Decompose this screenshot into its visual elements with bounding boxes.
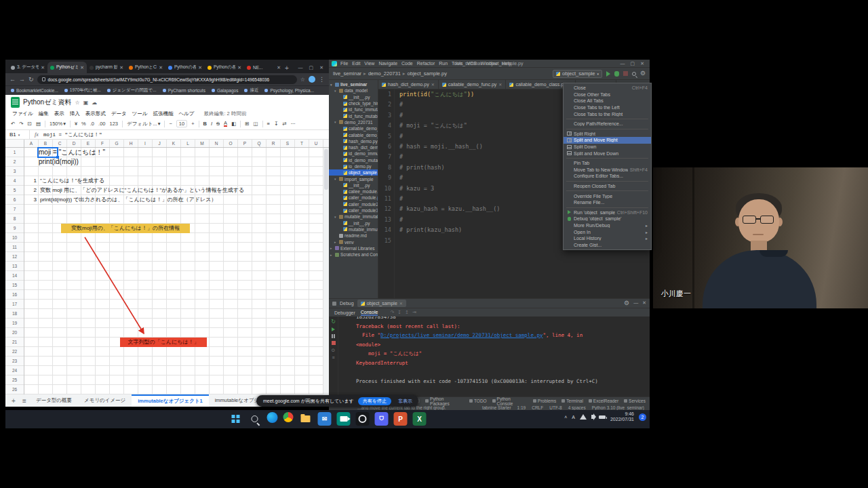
browser-tab[interactable]: 3. データモデル...✕ (8, 62, 47, 73)
ime-indicator[interactable]: A (572, 415, 575, 420)
context-menu-item[interactable]: Split Down (564, 144, 651, 150)
resume-icon[interactable] (332, 327, 335, 331)
tree-item[interactable]: ▸Scratches and Consoles (329, 251, 378, 258)
run-icon[interactable] (606, 71, 610, 77)
tree-item[interactable]: readme.md (329, 232, 378, 239)
menu-kebab-icon[interactable]: ⋮ (319, 76, 325, 83)
bold-icon[interactable]: B (203, 121, 207, 127)
run-config-select[interactable]: object_sample ▾ (553, 70, 602, 78)
increase-font-icon[interactable]: + (191, 121, 194, 127)
text-color-icon[interactable]: A (224, 121, 227, 127)
menu-view[interactable]: View (364, 61, 374, 66)
taskbar-edge-icon[interactable] (267, 412, 278, 423)
sheet-tab[interactable]: immutableなオブジェクト1 (132, 394, 208, 407)
column-header[interactable]: F (96, 140, 110, 147)
row-header[interactable]: 5 (5, 186, 24, 195)
all-sheets-icon[interactable]: ≡ (19, 397, 30, 405)
tab-close-icon[interactable]: ✕ (159, 65, 163, 70)
row-header[interactable]: 6 (5, 195, 24, 205)
clock[interactable]: 9:46 2022/07/31 (610, 411, 634, 423)
tool-button-terminal[interactable]: Terminal (561, 399, 583, 403)
percent-icon[interactable]: % (81, 121, 86, 127)
row-header[interactable]: 23 (5, 357, 24, 366)
tree-item[interactable]: ▸External Libraries (329, 245, 378, 251)
tree-item[interactable]: check_type_hint... (329, 100, 378, 106)
tree-item[interactable]: ▾import_sample (329, 176, 378, 182)
bookmark-item[interactable]: 1970年代に被... (64, 87, 101, 94)
column-header[interactable]: T (295, 140, 309, 147)
tab-close-icon[interactable]: ✕ (431, 82, 435, 87)
context-menu-item[interactable]: Configure Editor Tabs... (564, 173, 651, 180)
font-size-input[interactable]: 10 (176, 120, 187, 127)
tray-chevron-icon[interactable]: ˄ (564, 415, 567, 420)
row-header[interactable]: 4 (5, 176, 24, 186)
move-folder-icon[interactable]: ▣ (83, 100, 89, 106)
context-menu-item[interactable]: Local History▸ (564, 235, 651, 242)
tree-item[interactable]: callable_demo_c... (329, 125, 378, 131)
column-header[interactable]: S (281, 140, 295, 147)
maximize-icon[interactable]: ▢ (309, 65, 314, 70)
debugger-tab-debugger[interactable]: Debugger (334, 310, 355, 315)
taskbar-mail-icon[interactable]: ✉ (318, 412, 332, 426)
number-format-icon[interactable]: 123 (109, 121, 118, 127)
tree-item[interactable]: ▸venv (329, 239, 378, 245)
sheets-menu-拡張機能[interactable]: 拡張機能 (153, 110, 173, 117)
row-header[interactable]: 24 (5, 366, 24, 375)
tree-item[interactable]: __init__.py (329, 94, 378, 100)
close-icon[interactable]: ✕ (640, 61, 644, 66)
row-header[interactable]: 11 (5, 243, 24, 252)
tree-item[interactable]: io_demo.py (329, 163, 378, 169)
traceback-file-link[interactable]: D:/projects/live_seminar/demo_220731/obj… (380, 332, 542, 338)
row-header[interactable]: 18 (5, 309, 24, 319)
sheets-menu-ヘルプ[interactable]: ヘルプ (178, 110, 194, 117)
taskbar-search-icon[interactable] (248, 412, 262, 426)
bookmark-item[interactable]: ジェンダーの問題で... (107, 87, 157, 94)
bookmark-star-icon[interactable]: ☆ (300, 77, 305, 83)
tree-item[interactable]: caller_module.py (329, 195, 378, 201)
menu-navigate[interactable]: Navigate (378, 61, 397, 66)
row-header[interactable]: 25 (5, 375, 24, 385)
column-header[interactable]: L (181, 140, 195, 147)
bookmark-item[interactable]: BookmarkletCookie... (11, 88, 58, 93)
row-header[interactable]: 12 (5, 252, 24, 262)
row-header[interactable]: 19 (5, 319, 24, 328)
debug-session-tab[interactable]: object_sample ✕ (357, 300, 406, 307)
tree-item[interactable]: ▾data_model (329, 87, 378, 94)
breadcrumb[interactable]: live_seminar (333, 70, 361, 77)
grid-content[interactable]: 変数moji用の、「こんにちは！」の所在情報 文字列型の「こんにちは！」 moj… (24, 148, 329, 394)
column-header[interactable]: D (67, 140, 81, 147)
row-header[interactable]: 1 (5, 148, 24, 157)
reload-icon[interactable]: ↻ (28, 76, 34, 83)
row-header[interactable]: 9 (5, 224, 24, 233)
new-tab-button[interactable]: + (285, 64, 289, 72)
breadcrumb[interactable]: demo_220731 (368, 70, 401, 77)
taskbar-explorer-icon[interactable] (299, 412, 313, 426)
column-header[interactable]: R (267, 140, 281, 147)
settings-gear-icon[interactable]: ⚙ (640, 70, 646, 77)
paint-format-icon[interactable]: ▤ (36, 121, 41, 127)
tree-item[interactable]: ▾mutable_immutable (329, 214, 378, 220)
italic-icon[interactable]: I (211, 121, 212, 127)
mute-breakpoints-icon[interactable]: ≡ (332, 355, 334, 360)
sheet-tab[interactable]: データ型の概要 (30, 394, 78, 407)
view-breakpoints-icon[interactable]: ⊙ (332, 348, 336, 352)
context-menu-item[interactable]: Close Tabs to the Left (564, 104, 651, 111)
formula-value[interactable]: moji = "こんにちは！" (43, 131, 102, 138)
forward-icon[interactable]: → (19, 76, 25, 83)
status-item[interactable]: Python 3.10 (live_seminar) (592, 405, 644, 410)
text-wrap-icon[interactable]: ⇄ (282, 121, 286, 127)
context-menu-item[interactable]: Close Other Tabs (564, 92, 651, 98)
minimize-panel-icon[interactable]: — (633, 300, 638, 306)
tab-close-icon[interactable]: ✕ (237, 65, 241, 70)
browser-tab[interactable]: Pythonの各実...✕ (205, 62, 244, 73)
sheets-menu-データ[interactable]: データ (111, 110, 127, 117)
context-menu-item[interactable]: Split and Move Down (564, 150, 651, 157)
decrease-decimal-icon[interactable]: .0 (90, 121, 94, 127)
wifi-icon[interactable] (580, 414, 587, 420)
undo-icon[interactable]: ↶ (11, 121, 15, 127)
browser-tab[interactable]: Pythonの各種に...✕ (165, 62, 205, 73)
grid-corner[interactable] (5, 140, 24, 147)
borders-icon[interactable]: ⊞ (245, 121, 249, 127)
status-item[interactable]: tabnine Starter (482, 405, 511, 410)
column-header[interactable]: E (81, 140, 96, 147)
